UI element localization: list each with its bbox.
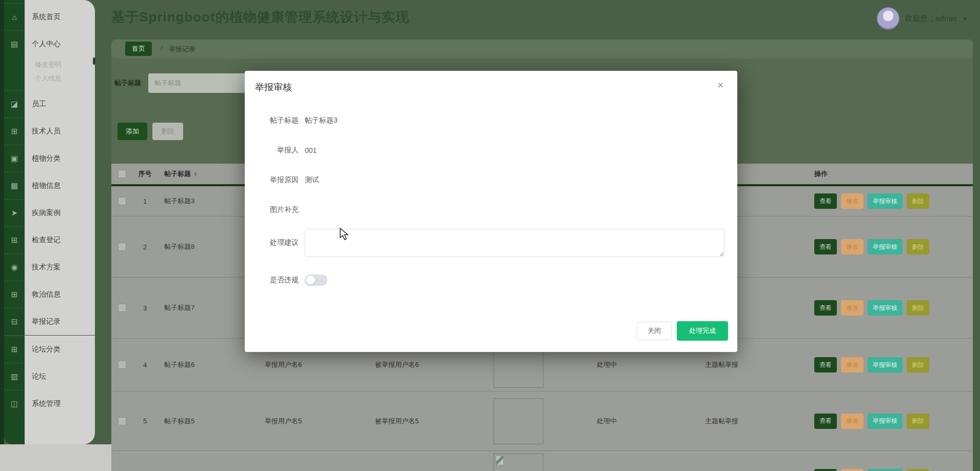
row-checkbox[interactable] (118, 417, 126, 425)
modal-submit-button[interactable]: 处理完成 (677, 321, 728, 341)
chevron-down-icon[interactable]: ▼ (963, 16, 968, 22)
row-delete-button[interactable]: 删除 (907, 300, 929, 316)
cell-index: 2 (131, 243, 159, 251)
report-audit-button[interactable]: 举报审核 (868, 357, 903, 372)
row-delete-button[interactable]: 删除 (907, 469, 929, 471)
welcome-text: 欢迎您，admin (905, 14, 956, 24)
sidebar-item-forum[interactable]: ▥ 论坛 (4, 363, 95, 390)
violation-label: 是否违规 (245, 276, 305, 285)
report-audit-button[interactable]: 举报审核 (868, 239, 903, 254)
report-audit-modal: 举报审核 ✕ 帖子标题 帖子标题3 举报人 001 举报原因 测试 图片补充 处… (245, 71, 737, 352)
mouse-cursor (340, 228, 351, 241)
sidebar-collapse-handle[interactable] (93, 57, 95, 65)
user-box[interactable]: 欢迎您，admin ▼ (877, 7, 968, 30)
report-audit-button[interactable]: 举报审核 (868, 469, 903, 471)
header-actions: 操作 (789, 169, 973, 179)
breadcrumb-separator: / (161, 45, 163, 52)
modal-fields: 帖子标题 帖子标题3 举报人 001 举报原因 测试 图片补充 (245, 93, 737, 225)
sidebar-item-disease-case[interactable]: ➤ 疾病案例 (4, 199, 95, 226)
cell-index: 1 (131, 198, 159, 205)
header-title[interactable]: 帖子标题 (164, 169, 191, 179)
sidebar-item-tech-staff[interactable]: ⊞ 技术人员 (4, 117, 95, 145)
edit-button[interactable]: 修改 (841, 414, 864, 429)
row-delete-button[interactable]: 删除 (907, 414, 929, 429)
sidebar-item-forum-category[interactable]: ⊞ 论坛分类 (4, 336, 95, 363)
username: admin (935, 14, 956, 23)
view-button[interactable]: 查看 (814, 239, 837, 254)
edit-button[interactable]: 修改 (841, 469, 864, 471)
report-audit-button[interactable]: 举报审核 (868, 414, 903, 429)
search-label: 帖子标题 (114, 78, 141, 88)
edit-button[interactable]: 修改 (841, 357, 864, 372)
violation-toggle[interactable] (305, 274, 327, 286)
view-button[interactable]: 查看 (814, 300, 837, 316)
cell-title: 帖子标题5 (159, 417, 261, 426)
report-audit-button[interactable]: 举报审核 (868, 193, 903, 209)
view-button[interactable]: 查看 (814, 414, 837, 429)
sidebar-item-report-records[interactable]: ⊟ 举报记录 (4, 308, 95, 336)
thumbnail-image[interactable] (494, 454, 543, 471)
sidebar-item-plant-info[interactable]: ▦ 植物信息 (4, 172, 95, 199)
view-button[interactable]: 查看 (814, 357, 837, 372)
thumbnail-image[interactable] (494, 398, 543, 444)
breadcrumb-home-button[interactable]: 首页 (125, 42, 152, 56)
edit-button[interactable]: 修改 (841, 300, 864, 316)
edit-button[interactable]: 修改 (841, 239, 864, 254)
table-row[interactable]: 查看 修改 举报审核 删除 (111, 451, 973, 471)
close-icon[interactable]: ✕ (714, 81, 727, 90)
suggestion-label: 处理建议 (245, 238, 305, 247)
report-audit-button[interactable]: 举报审核 (868, 300, 903, 316)
sort-caret-icons[interactable]: ▲▼ (193, 171, 198, 176)
modal-close-button[interactable]: 关闭 (637, 322, 672, 340)
view-button[interactable]: 查看 (814, 469, 837, 471)
cell-reporter: 举报用户名6 (261, 360, 371, 369)
cell-reporter: 举报用户名5 (261, 417, 371, 426)
row-checkbox[interactable] (118, 361, 126, 369)
breadcrumb-current: 举报记录 (169, 45, 195, 54)
top-bar: 基于Springboot的植物健康管理系统设计与实现 欢迎您，admin ▼ (0, 0, 980, 40)
sidebar-item-inspection-register[interactable]: ⊞ 检查登记 (4, 226, 95, 253)
cell-type: 主题帖举报 (680, 360, 789, 369)
sidebar-edge (0, 0, 4, 444)
sidebar-item-profile-center[interactable]: ▤ 个人中心 (4, 30, 95, 57)
sidebar-item-plant-category[interactable]: ▣ 植物分类 (4, 145, 95, 172)
modal-title: 举报审核 (255, 81, 292, 93)
cell-type: 主题帖举报 (680, 417, 789, 426)
sidebar-item-employee[interactable]: ◪ 员工 (4, 90, 95, 117)
edit-button[interactable]: 修改 (841, 193, 864, 209)
view-button[interactable]: 查看 (814, 193, 837, 209)
row-checkbox[interactable] (118, 243, 126, 251)
row-delete-button[interactable]: 删除 (907, 239, 929, 254)
table-row[interactable]: 5 帖子标题5 举报用户名5 被举报用户名5 处理中 主题帖举报 查看 修改 举… (111, 391, 973, 451)
modal-field: 帖子标题 帖子标题3 (245, 106, 727, 135)
select-all-checkbox[interactable] (118, 170, 126, 178)
avatar[interactable] (877, 7, 899, 30)
row-checkbox[interactable] (118, 304, 126, 312)
sidebar-item-system-management[interactable]: ◫ 系统管理 (4, 390, 95, 417)
add-button[interactable]: 添加 (117, 123, 147, 140)
sidebar-item-treatment-info[interactable]: ⊞ 救治信息 (4, 281, 95, 308)
sidebar-item-spacer[interactable] (4, 85, 95, 90)
search-placeholder: 帖子标题 (154, 78, 181, 88)
page-title: 基于Springboot的植物健康管理系统设计与实现 (111, 8, 409, 26)
row-delete-button[interactable]: 删除 (907, 193, 929, 209)
row-checkbox[interactable] (118, 197, 126, 205)
cell-title: 帖子标题6 (159, 360, 261, 369)
cell-status: 处理中 (572, 417, 680, 426)
sidebar-item-change-password[interactable]: 修改密码 (4, 57, 95, 71)
delete-button[interactable]: 删除 (152, 123, 183, 140)
modal-field: 图片补充 (245, 195, 727, 225)
sidebar-item-tech-plan[interactable]: ◉ 技术方案 (4, 253, 95, 281)
sidebar-item-personal-info[interactable]: 个人信息 (4, 71, 95, 85)
cell-index: 3 (131, 304, 159, 312)
sidebar-item-home[interactable]: ⌂ 系统首页 (4, 3, 95, 30)
cell-index: 5 (131, 417, 159, 425)
row-delete-button[interactable]: 删除 (907, 357, 929, 372)
cell-reported: 被举报用户名5 (371, 417, 489, 426)
modal-field: 举报原因 测试 (245, 165, 727, 195)
header-index: 序号 (131, 169, 159, 179)
cell-status: 处理中 (572, 360, 680, 369)
broken-image-icon (496, 456, 504, 465)
suggestion-textarea[interactable] (305, 229, 724, 257)
cell-reported: 被举报用户名6 (371, 360, 489, 369)
